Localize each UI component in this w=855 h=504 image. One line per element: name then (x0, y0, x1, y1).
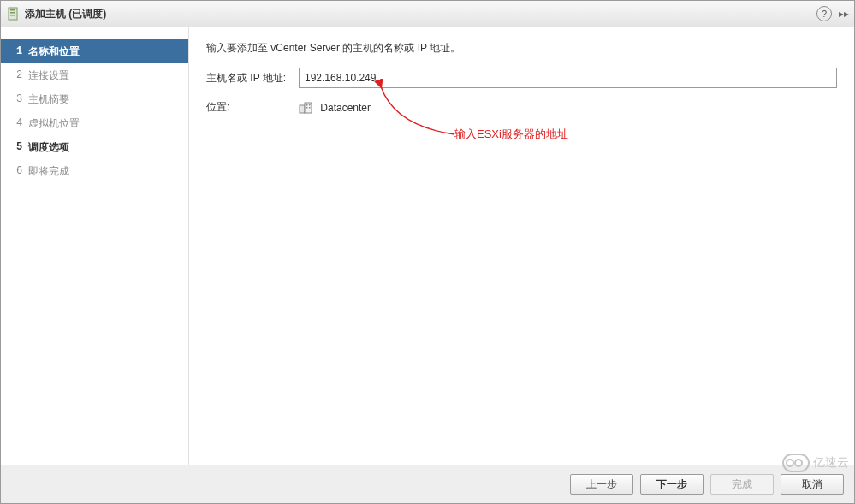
svg-rect-1 (10, 9, 15, 11)
host-name-input[interactable] (299, 68, 837, 88)
step-label: 主机摘要 (28, 92, 69, 107)
host-name-label: 主机名或 IP 地址: (206, 71, 299, 86)
step-label: 名称和位置 (28, 44, 80, 59)
wizard-steps-sidebar: 1 名称和位置 2 连接设置 3 主机摘要 4 虚拟机位置 5 调度选项 6 即… (1, 27, 189, 465)
next-button[interactable]: 下一步 (640, 474, 704, 495)
location-value: Datacenter (320, 102, 371, 114)
step-name-location[interactable]: 1 名称和位置 (1, 39, 188, 63)
host-name-row: 主机名或 IP 地址: (206, 68, 837, 88)
titlebar-right: ? ▸▸ (816, 6, 849, 21)
step-label: 虚拟机位置 (28, 116, 80, 131)
svg-rect-9 (309, 107, 311, 109)
svg-rect-3 (10, 15, 15, 16)
instruction-text: 输入要添加至 vCenter Server 的主机的名称或 IP 地址。 (206, 41, 837, 56)
step-ready-to-complete[interactable]: 6 即将完成 (1, 159, 188, 183)
svg-rect-6 (306, 104, 308, 106)
location-row: 位置: Datacenter (206, 100, 837, 115)
svg-rect-2 (10, 12, 15, 14)
help-icon[interactable]: ? (816, 6, 832, 21)
back-button[interactable]: 上一步 (570, 474, 633, 495)
wizard-footer: 上一步 下一步 完成 取消 (1, 465, 854, 503)
location-value-wrap: Datacenter (299, 101, 371, 114)
step-connection-settings[interactable]: 2 连接设置 (1, 63, 188, 87)
step-label: 即将完成 (28, 164, 69, 179)
step-vm-location[interactable]: 4 虚拟机位置 (1, 111, 188, 135)
minimize-icon[interactable]: ▸▸ (839, 8, 849, 20)
step-label: 连接设置 (28, 68, 69, 83)
annotation-text: 输入ESXi服务器的地址 (454, 127, 568, 142)
step-host-summary[interactable]: 3 主机摘要 (1, 87, 188, 111)
svg-rect-5 (305, 103, 312, 113)
svg-rect-7 (309, 104, 311, 106)
titlebar: 添加主机 (已调度) ? ▸▸ (1, 1, 854, 27)
svg-rect-4 (300, 105, 305, 113)
cancel-button[interactable]: 取消 (781, 474, 844, 495)
finish-button: 完成 (710, 474, 774, 495)
step-scheduling-options[interactable]: 5 调度选项 (1, 135, 188, 159)
wizard-main-panel: 输入要添加至 vCenter Server 的主机的名称或 IP 地址。 主机名… (189, 27, 854, 465)
wizard-body: 1 名称和位置 2 连接设置 3 主机摘要 4 虚拟机位置 5 调度选项 6 即… (1, 27, 854, 465)
svg-rect-8 (306, 107, 308, 109)
titlebar-left: 添加主机 (已调度) (6, 7, 106, 21)
location-label: 位置: (206, 100, 299, 115)
window-title: 添加主机 (已调度) (25, 7, 106, 21)
host-icon (6, 7, 20, 21)
step-label: 调度选项 (28, 140, 69, 155)
add-host-wizard-window: 添加主机 (已调度) ? ▸▸ 1 名称和位置 2 连接设置 3 主机摘要 4 … (0, 0, 855, 504)
datacenter-icon (299, 102, 312, 114)
